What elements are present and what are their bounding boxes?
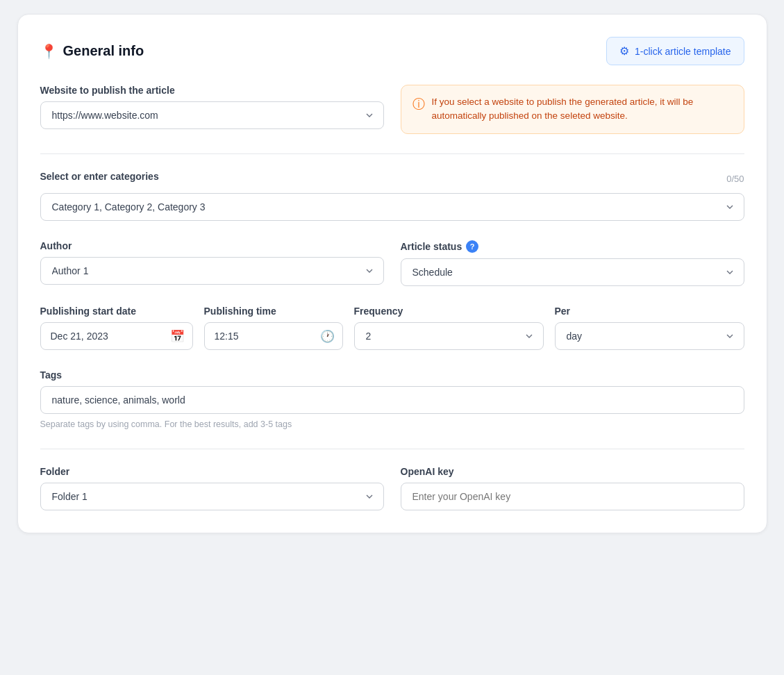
date-input[interactable]	[40, 322, 193, 350]
folder-section: Folder Folder 1	[40, 466, 384, 510]
tags-hint: Separate tags by using comma. For the be…	[40, 419, 744, 429]
author-status-row: Author Author 1 Article status ? Schedul…	[40, 240, 744, 286]
bottom-row: Folder Folder 1 OpenAI key	[40, 466, 744, 510]
folder-label: Folder	[40, 466, 384, 477]
frequency-select[interactable]: 1 2 3 4 5	[354, 322, 544, 350]
info-icon: ⓘ	[412, 96, 425, 112]
card-title: 📍 General info	[40, 43, 144, 60]
divider	[40, 153, 744, 154]
publishing-time-section: Publishing time 🕐	[204, 306, 343, 350]
website-select[interactable]: https://www.website.com	[40, 101, 384, 129]
website-label: Website to publish the article	[40, 85, 384, 96]
info-text: If you select a website to publish the g…	[432, 95, 733, 124]
publishing-row: Publishing start date 📅 Publishing time …	[40, 306, 744, 350]
per-section: Per day week month	[555, 306, 744, 350]
article-status-help-icon[interactable]: ?	[466, 240, 478, 253]
gear-icon: ⚙	[619, 44, 629, 58]
openai-label: OpenAI key	[401, 466, 744, 477]
per-label: Per	[555, 306, 744, 317]
publishing-date-label: Publishing start date	[40, 306, 193, 317]
folder-select[interactable]: Folder 1	[40, 483, 384, 510]
time-input[interactable]	[204, 322, 343, 350]
general-info-card: 📍 General info ⚙ 1-click article templat…	[17, 14, 767, 533]
website-select-wrapper: https://www.website.com	[40, 101, 384, 129]
author-select[interactable]: Author 1	[40, 257, 384, 285]
categories-count: 0/50	[726, 174, 744, 184]
template-button-label: 1-click article template	[635, 46, 731, 57]
page-title: General info	[63, 43, 144, 59]
frequency-label: Frequency	[354, 306, 544, 317]
author-section: Author Author 1	[40, 240, 384, 286]
publishing-time-label: Publishing time	[204, 306, 343, 317]
tags-section: Tags Separate tags by using comma. For t…	[40, 369, 744, 429]
frequency-section: Frequency 1 2 3 4 5	[354, 306, 544, 350]
article-status-section: Article status ? Schedule Draft Publishe…	[401, 240, 744, 286]
article-status-label: Article status ?	[401, 240, 744, 253]
date-input-wrapper: 📅	[40, 322, 193, 350]
per-select[interactable]: day week month	[555, 322, 744, 350]
info-box: ⓘ If you select a website to publish the…	[401, 85, 744, 134]
publishing-date-section: Publishing start date 📅	[40, 306, 193, 350]
categories-select[interactable]: Category 1, Category 2, Category 3	[40, 193, 744, 221]
time-input-wrapper: 🕐	[204, 322, 343, 350]
categories-header: Select or enter categories 0/50	[40, 171, 744, 188]
categories-label: Select or enter categories	[40, 171, 159, 182]
categories-select-wrapper: Category 1, Category 2, Category 3	[40, 193, 744, 221]
openai-input[interactable]	[401, 483, 744, 510]
tags-label: Tags	[40, 369, 744, 381]
card-header: 📍 General info ⚙ 1-click article templat…	[40, 37, 744, 65]
website-section: Website to publish the article https://w…	[40, 85, 744, 134]
article-status-select[interactable]: Schedule Draft Published	[401, 258, 744, 286]
author-label: Author	[40, 240, 384, 251]
openai-section: OpenAI key	[401, 466, 744, 510]
template-button[interactable]: ⚙ 1-click article template	[606, 37, 744, 65]
divider-2	[40, 449, 744, 449]
categories-section: Select or enter categories 0/50 Category…	[40, 171, 744, 221]
pin-icon: 📍	[40, 43, 58, 60]
tags-input[interactable]	[40, 386, 744, 414]
